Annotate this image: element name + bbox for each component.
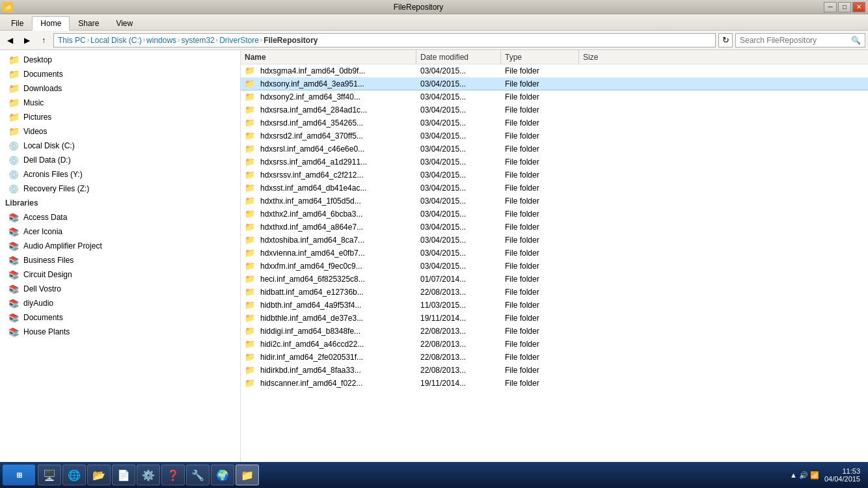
tab-view[interactable]: View bbox=[107, 16, 141, 30]
table-row[interactable]: 📁 hdxsgma4.inf_amd64_0db9f... 03/04/2015… bbox=[241, 64, 868, 77]
search-input[interactable] bbox=[740, 36, 848, 45]
table-row[interactable]: 📁 hdxthx.inf_amd64_1f05d5d... 03/04/2015… bbox=[241, 195, 868, 208]
sidebar-item-documents-lib[interactable]: 📚 Documents bbox=[0, 310, 240, 325]
tab-file[interactable]: File bbox=[3, 16, 32, 30]
library-icon: 📚 bbox=[8, 297, 20, 309]
cell-name: 📁 hdxthxd.inf_amd64_a864e7... bbox=[241, 221, 416, 233]
tab-home[interactable]: Home bbox=[32, 16, 70, 31]
cell-size bbox=[579, 351, 644, 363]
cell-date: 22/08/2013... bbox=[416, 351, 501, 363]
sidebar-item-circuitdesign[interactable]: 📚 Circuit Design bbox=[0, 267, 240, 282]
taskbar: ⊞ 🖥️ 🌐 📂 📄 ⚙️ ❓ 🔧 🌍 📁 ▲ 🔊 📶 11:53 04/04/… bbox=[0, 462, 868, 488]
sidebar-item-diyaudio[interactable]: 📚 diyAudio bbox=[0, 296, 240, 310]
sidebar-item-videos[interactable]: 📁 Videos bbox=[0, 124, 240, 139]
sidebar-item-downloads[interactable]: 📁 Downloads bbox=[0, 81, 240, 96]
breadcrumb-thispc[interactable]: This PC bbox=[58, 36, 86, 45]
sidebar-item-acronis[interactable]: 💿 Acronis Files (Y:) bbox=[0, 167, 240, 182]
sidebar-item-recovery[interactable]: 💿 Recovery Files (Z:) bbox=[0, 182, 240, 196]
table-row[interactable]: 📁 hdxsrss.inf_amd64_a1d2911... 03/04/201… bbox=[241, 156, 868, 169]
col-header-type[interactable]: Type bbox=[501, 50, 579, 64]
breadcrumb-driverstore[interactable]: DriverStore bbox=[219, 36, 259, 45]
table-row[interactable]: 📁 hdxthxd.inf_amd64_a864e7... 03/04/2015… bbox=[241, 221, 868, 234]
cell-type: File folder bbox=[501, 103, 579, 116]
cell-type: File folder bbox=[501, 338, 579, 350]
cell-date: 03/04/2015... bbox=[416, 234, 501, 246]
search-bar[interactable]: 🔍 bbox=[735, 33, 865, 47]
table-row[interactable]: 📁 hiddigi.inf_amd64_b8348fe... 22/08/201… bbox=[241, 325, 868, 338]
sidebar-item-accessdata[interactable]: 📚 Access Data bbox=[0, 210, 240, 224]
sidebar-item-acericonia[interactable]: 📚 Acer Iconia bbox=[0, 224, 240, 239]
breadcrumb-filerepo: FileRepository bbox=[264, 36, 318, 45]
table-row[interactable]: 📁 hdxsrsl.inf_amd64_c46e6e0... 03/04/201… bbox=[241, 142, 868, 156]
refresh-button[interactable]: ↻ bbox=[718, 33, 733, 47]
up-button[interactable]: ↑ bbox=[36, 33, 51, 47]
cell-name: 📁 hidirkbd.inf_amd64_8faa33... bbox=[241, 364, 416, 376]
sidebar-item-pictures[interactable]: 📁 Pictures bbox=[0, 110, 240, 124]
breadcrumb-windows[interactable]: windows bbox=[146, 36, 176, 45]
sidebar-item-localdisk[interactable]: 💿 Local Disk (C:) bbox=[0, 139, 240, 153]
cell-date: 19/11/2014... bbox=[416, 312, 501, 324]
table-row[interactable]: 📁 heci.inf_amd64_6f825325c8... 01/07/201… bbox=[241, 273, 868, 286]
sidebar-item-audioamp[interactable]: 📚 Audio Amplifier Project bbox=[0, 239, 240, 253]
breadcrumb-localdisk[interactable]: Local Disk (C:) bbox=[90, 36, 142, 45]
table-row[interactable]: 📁 hdxsst.inf_amd64_db41e4ac... 03/04/201… bbox=[241, 182, 868, 195]
forward-button[interactable]: ▶ bbox=[20, 33, 34, 47]
table-row[interactable]: 📁 hdxsony2.inf_amd64_3ff40... 03/04/2015… bbox=[241, 90, 868, 103]
col-header-name[interactable]: Name bbox=[241, 50, 416, 64]
sidebar-item-music[interactable]: 📁 Music bbox=[0, 96, 240, 110]
sidebar-item-houseplants[interactable]: 📚 House Plants bbox=[0, 325, 240, 339]
sidebar-item-businessfiles[interactable]: 📚 Business Files bbox=[0, 253, 240, 267]
folder-icon: 📁 bbox=[245, 300, 255, 310]
table-row[interactable]: 📁 hdxsrsa.inf_amd64_284ad1c... 03/04/201… bbox=[241, 103, 868, 116]
cell-type: File folder bbox=[501, 234, 579, 246]
col-header-date[interactable]: Date modified bbox=[416, 50, 501, 64]
back-button[interactable]: ◀ bbox=[3, 33, 17, 47]
sidebar-item-dellvostro[interactable]: 📚 Dell Vostro bbox=[0, 282, 240, 296]
cell-date: 22/08/2013... bbox=[416, 338, 501, 350]
maximize-button[interactable]: □ bbox=[838, 2, 851, 12]
table-row[interactable]: 📁 hidbatt.inf_amd64_e12736b... 22/08/201… bbox=[241, 286, 868, 299]
table-row[interactable]: 📁 hdxsrsd.inf_amd64_354265... 03/04/2015… bbox=[241, 116, 868, 129]
taskbar-item-help[interactable]: ❓ bbox=[161, 465, 185, 485]
table-row[interactable]: 📁 hidirkbd.inf_amd64_8faa33... 22/08/201… bbox=[241, 364, 868, 377]
breadcrumb[interactable]: This PC › Local Disk (C:) › windows › sy… bbox=[53, 33, 716, 47]
folder-icon: 📁 bbox=[245, 92, 255, 102]
cell-name: 📁 hdxsony.inf_amd64_3ea951... bbox=[241, 77, 416, 90]
table-row[interactable]: 📁 hidbthle.inf_amd64_de37e3... 19/11/201… bbox=[241, 312, 868, 325]
sidebar-item-delldata[interactable]: 💿 Dell Data (D:) bbox=[0, 153, 240, 167]
table-row[interactable]: 📁 hidir.inf_amd64_2fe020531f... 22/08/20… bbox=[241, 351, 868, 364]
close-button[interactable]: ✕ bbox=[852, 2, 865, 12]
sidebar-item-desktop[interactable]: 📁 Desktop bbox=[0, 53, 240, 67]
search-icon[interactable]: 🔍 bbox=[851, 36, 861, 45]
taskbar-item-explorer[interactable]: 🖥️ bbox=[38, 465, 61, 485]
sidebar-item-documents-qa[interactable]: 📁 Documents bbox=[0, 67, 240, 81]
taskbar-item-filemanager[interactable]: 📁 bbox=[236, 465, 259, 485]
taskbar-item-ie[interactable]: 🌐 bbox=[62, 465, 86, 485]
table-row[interactable]: 📁 hidi2c.inf_amd64_a46ccd22... 22/08/201… bbox=[241, 338, 868, 351]
title-bar: 📁 FileRepository ─ □ ✕ bbox=[0, 0, 868, 14]
table-row[interactable]: 📁 hidscanner.inf_amd64_f022... 19/11/201… bbox=[241, 377, 868, 390]
drive-icon: 💿 bbox=[8, 140, 20, 152]
taskbar-item-media[interactable]: 📂 bbox=[87, 465, 111, 485]
table-row[interactable]: 📁 hdxsrsd2.inf_amd64_370ff5... 03/04/201… bbox=[241, 129, 868, 142]
minimize-button[interactable]: ─ bbox=[824, 2, 837, 12]
address-bar: ◀ ▶ ↑ This PC › Local Disk (C:) › window… bbox=[0, 31, 868, 50]
table-row[interactable]: 📁 hdxsony.inf_amd64_3ea951... 03/04/2015… bbox=[241, 77, 868, 90]
table-row[interactable]: 📁 hdxsrssv.inf_amd64_c2f212... 03/04/201… bbox=[241, 169, 868, 182]
folder-icon: 📁 bbox=[245, 144, 255, 154]
tab-share[interactable]: Share bbox=[70, 16, 107, 30]
taskbar-item-settings[interactable]: ⚙️ bbox=[137, 465, 160, 485]
file-list-header: Name Date modified Type Size bbox=[241, 50, 868, 64]
breadcrumb-system32[interactable]: system32 bbox=[181, 36, 214, 45]
col-header-size[interactable]: Size bbox=[579, 50, 644, 64]
taskbar-item-docs[interactable]: 📄 bbox=[112, 465, 135, 485]
cell-size bbox=[579, 129, 644, 142]
table-row[interactable]: 📁 hdxthx2.inf_amd64_6bcba3... 03/04/2015… bbox=[241, 208, 868, 221]
taskbar-item-tools[interactable]: 🔧 bbox=[186, 465, 210, 485]
table-row[interactable]: 📁 hdxtoshiba.inf_amd64_8ca7... 03/04/201… bbox=[241, 234, 868, 247]
table-row[interactable]: 📁 hidbth.inf_amd64_4a9f53f4... 11/03/201… bbox=[241, 299, 868, 312]
taskbar-item-network[interactable]: 🌍 bbox=[211, 465, 234, 485]
start-button[interactable]: ⊞ bbox=[3, 465, 35, 485]
table-row[interactable]: 📁 hdxvienna.inf_amd64_e0fb7... 03/04/201… bbox=[241, 247, 868, 260]
table-row[interactable]: 📁 hdxxfm.inf_amd64_f9ec0c9... 03/04/2015… bbox=[241, 260, 868, 273]
